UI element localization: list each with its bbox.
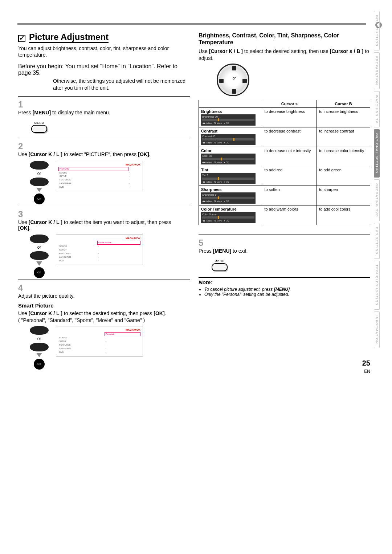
intro-text: You can adjust brightness, contrast, col… (18, 45, 190, 58)
note-item: To cancel picture adjustment, press [MEN… (204, 287, 370, 292)
ok-button-icon: OK (34, 194, 45, 204)
side-tab-information[interactable]: INFORMATION (374, 311, 380, 348)
step2-graphic: or OK MAGNAVOX PICTURE-SOUND-SETUP-FEATU… (28, 161, 190, 201)
checkbox-icon (18, 35, 25, 42)
osd-menu-smartpicture: MAGNAVOX Smart PictureSOUND-SETUP-FEATUR… (56, 235, 143, 265)
divider (18, 206, 190, 206)
side-tab-introduction[interactable]: INTRODUCTION (374, 11, 380, 50)
before-you-begin: Before you begin: You must set "Home" in… (18, 63, 190, 76)
before-continued: Otherwise, the settings you adjusted wil… (53, 78, 190, 91)
osd-menu-personal: MAGNAVOX PersonalSOUND-SETUP-FEATURES-LA… (56, 326, 143, 357)
dpad-icon: or OK (28, 161, 51, 201)
col-cursor-left: Cursor s (262, 100, 317, 107)
menu-button-graphic: MENU (212, 257, 370, 271)
step-1: 1 Press [MENU] to display the main menu. (18, 99, 190, 115)
table-row: TintTint 0◀▶ Adjust ⇅ Move ● OKto add re… (199, 166, 370, 186)
ok-button-icon: OK (34, 359, 45, 370)
side-tabs: INTRODUCTIONPREPARATIONWATCHING TVOPTION… (374, 11, 382, 350)
dpad-icon: or OK (28, 326, 51, 366)
menu-button-icon (31, 125, 47, 133)
adjustment-heading: Brightness, Contrast, Color, Tint, Sharp… (199, 32, 370, 46)
side-tab-operating-dvd[interactable]: OPERATING DVD (374, 179, 380, 221)
divider (18, 138, 190, 138)
smart-picture-heading: Smart Picture (18, 302, 190, 309)
step-3: 3 Use [Cursor K / L ] to select the item… (18, 209, 190, 231)
circular-dpad-icon: or (217, 64, 249, 96)
page-number: 25 (362, 359, 370, 367)
note-item: Only the "Personal" setting can be adjus… (204, 292, 370, 297)
table-row: BrightnessBrightness 30◀▶ Adjust ⇅ Move … (199, 107, 370, 127)
step-4: 4 Adjust the picture quality. (18, 283, 190, 299)
note-box: Note: To cancel picture adjustment, pres… (199, 277, 370, 297)
osd-menu-picture: MAGNAVOX PICTURE-SOUND-SETUP-FEATURES-LA… (56, 161, 143, 192)
side-tab-dvd-setting[interactable]: DVD SETTING (374, 223, 380, 259)
side-tab-watching-tv[interactable]: WATCHING TV (374, 91, 380, 127)
menu-button-graphic: MENU (31, 119, 190, 133)
step3-graphic: or OK MAGNAVOX Smart PictureSOUND-SETUP-… (28, 235, 190, 274)
ok-button-icon: OK (34, 267, 45, 278)
manual-page: INTRODUCTIONPREPARATIONWATCHING TVOPTION… (0, 0, 392, 378)
dpad-icon: or OK (28, 235, 51, 274)
divider (18, 280, 190, 280)
step-5: 5 Press [MENU] to exit. (199, 238, 370, 254)
smart-picture-options: ( "Personal", "Standard", "Sports", "Mov… (18, 317, 190, 323)
table-row: SharpnessSharpness 0◀▶ Adjust ⇅ Move ● O… (199, 186, 370, 205)
smart-picture-text: Use [Cursor K / L ] to select the desire… (18, 310, 190, 317)
adjustment-table: Cursor s Cursor B BrightnessBrightness 3… (199, 100, 370, 225)
table-row: ContrastContrast 60◀▶ Adjust ⇅ Move ● OK… (199, 127, 370, 147)
right-column: Brightness, Contrast, Color, Tint, Sharp… (199, 32, 370, 371)
top-rule (17, 23, 366, 25)
adjustment-desc: Use [Cursor K / L ] to select the desire… (199, 48, 370, 61)
side-tab-preparation[interactable]: PREPARATION (374, 52, 380, 89)
page-title: Picture Adjustment (29, 32, 109, 43)
menu-button-icon (212, 263, 228, 271)
col-cursor-right: Cursor B (317, 100, 370, 107)
step4-graphic: or OK MAGNAVOX PersonalSOUND-SETUP-FEATU… (28, 326, 190, 366)
table-row: Color TemperatureColor Normal◀▶ Adjust ⇅… (199, 205, 370, 225)
divider (199, 235, 370, 235)
step-2: 2 Use [Cursor K / L ] to select "PICTURE… (18, 141, 190, 157)
side-tab-optional-setting[interactable]: OPTIONAL SETTING (374, 129, 380, 178)
side-tab-troubleshooting[interactable]: TROUBLESHOOTING (374, 261, 380, 310)
table-row: ColorColor 36◀▶ Adjust ⇅ Move ● OKto dec… (199, 147, 370, 166)
left-column: Picture Adjustment You can adjust bright… (18, 32, 190, 371)
page-language: EN (364, 369, 370, 374)
page-title-wrap: Picture Adjustment (18, 32, 190, 45)
divider (18, 96, 190, 97)
